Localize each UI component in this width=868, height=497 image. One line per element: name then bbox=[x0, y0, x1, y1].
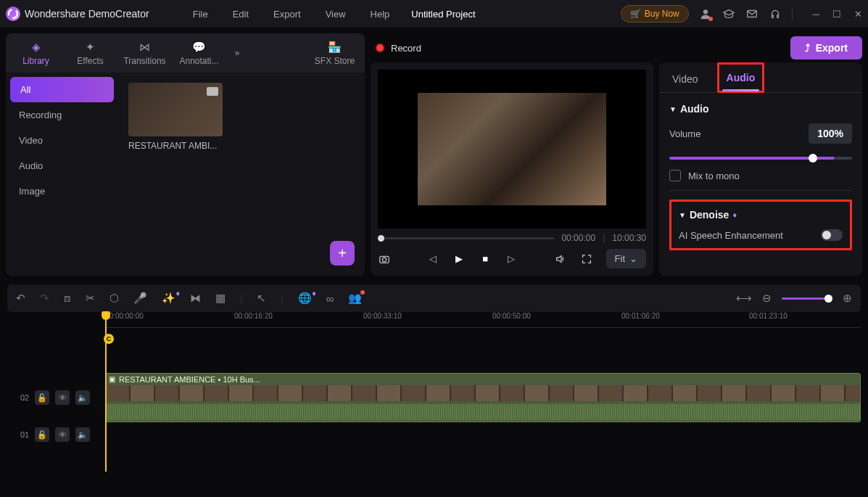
menu-edit[interactable]: Edit bbox=[223, 9, 259, 20]
prop-tab-audio[interactable]: Audio bbox=[722, 65, 760, 91]
category-all[interactable]: All bbox=[10, 77, 114, 102]
undo-icon[interactable]: ↶ bbox=[16, 292, 25, 305]
effects-icon: ✦ bbox=[86, 41, 95, 54]
people-icon[interactable]: 👥 bbox=[348, 292, 362, 305]
category-list: All Recording Video Audio Image bbox=[6, 73, 118, 276]
annotation-icon: 💬 bbox=[192, 41, 206, 54]
volume-slider[interactable] bbox=[669, 157, 835, 160]
tab-effects[interactable]: ✦Effects bbox=[63, 41, 117, 66]
eye-icon[interactable]: 👁 bbox=[55, 390, 70, 405]
zoom-out-icon[interactable]: ⊖ bbox=[762, 292, 772, 305]
window-maximize[interactable]: ☐ bbox=[832, 9, 841, 20]
seek-bar[interactable] bbox=[378, 237, 554, 239]
cursor-icon[interactable]: ↖ bbox=[257, 292, 266, 305]
window-close[interactable]: ✕ bbox=[854, 9, 862, 20]
window-minimize[interactable]: ─ bbox=[813, 9, 819, 20]
snapshot-icon[interactable] bbox=[378, 252, 391, 266]
ai-enhance-toggle[interactable] bbox=[821, 229, 843, 241]
tab-sfx-store[interactable]: 🏪SFX Store bbox=[307, 41, 362, 66]
disclosure-icon: ▼ bbox=[679, 211, 686, 219]
tab-transitions[interactable]: ⋈Transitions bbox=[117, 41, 172, 66]
grid-icon[interactable]: ▦ bbox=[215, 292, 226, 305]
video-preview[interactable] bbox=[378, 70, 646, 229]
volume-label: Volume bbox=[669, 128, 700, 139]
fit-timeline-icon[interactable]: ⟷ bbox=[736, 292, 752, 305]
category-video[interactable]: Video bbox=[6, 128, 118, 153]
media-name: RESTAURANT AMBI... bbox=[128, 141, 223, 151]
menu-view[interactable]: View bbox=[315, 9, 356, 20]
add-media-button[interactable]: + bbox=[330, 241, 355, 266]
lock-icon[interactable]: 🔓 bbox=[35, 390, 49, 405]
category-image[interactable]: Image bbox=[6, 178, 118, 204]
tab-more[interactable]: » bbox=[226, 48, 248, 58]
sparkle-icon[interactable]: ✨♦ bbox=[162, 292, 175, 305]
redo-icon[interactable]: ↷ bbox=[40, 292, 49, 305]
stop-icon[interactable]: ■ bbox=[479, 252, 492, 266]
clip-label: RESTAURANT AMBIENCE • 10H Bus... bbox=[119, 375, 260, 384]
graduation-icon[interactable] bbox=[722, 7, 735, 20]
library-icon: ◈ bbox=[32, 41, 41, 54]
ruler-tick: 00:00:50:00 bbox=[492, 312, 531, 320]
record-label: Record bbox=[391, 43, 421, 54]
account-icon[interactable] bbox=[699, 7, 712, 20]
section-audio-header[interactable]: ▼Audio bbox=[669, 103, 852, 115]
mic-icon[interactable]: 🎤 bbox=[133, 292, 147, 305]
volume-icon[interactable] bbox=[554, 252, 567, 266]
menu-help[interactable]: Help bbox=[360, 9, 400, 20]
timeline-panel: ↶ ↷ ⧈ ✂ ⬡ 🎤 ✨♦ ⧓ ▦ | ↖ | 🌐♦ ∞ 👥 ⟷ ⊖ ⊕ 00… bbox=[0, 282, 868, 496]
play-icon[interactable]: ▶ bbox=[452, 252, 466, 266]
app-logo bbox=[6, 7, 20, 21]
export-button[interactable]: ⤴ Export bbox=[790, 36, 862, 59]
prev-frame-icon[interactable]: ◁ bbox=[426, 252, 439, 266]
zoom-slider[interactable] bbox=[782, 297, 832, 300]
menu-export[interactable]: Export bbox=[263, 9, 311, 20]
link-icon[interactable]: ∞ bbox=[326, 292, 334, 305]
shield-icon[interactable]: ⬡ bbox=[109, 292, 119, 305]
crop-icon[interactable]: ⧈ bbox=[64, 292, 71, 305]
mute-icon[interactable]: 🔈 bbox=[75, 390, 90, 405]
fit-dropdown[interactable]: Fit ⌄ bbox=[606, 249, 646, 268]
zoom-handle[interactable] bbox=[824, 295, 832, 303]
split-icon[interactable]: ✂ bbox=[86, 292, 95, 305]
category-recording[interactable]: Recording bbox=[6, 102, 118, 128]
lock-icon[interactable]: 🔓 bbox=[35, 427, 49, 442]
menu-file[interactable]: File bbox=[183, 9, 218, 20]
next-frame-icon[interactable]: ▷ bbox=[505, 252, 518, 266]
zoom-in-icon[interactable]: ⊕ bbox=[843, 292, 852, 305]
track-01: 01 🔓 👁 🔈 bbox=[7, 424, 861, 445]
section-denoise-label: Denoise bbox=[690, 209, 729, 221]
mirror-icon[interactable]: ⧓ bbox=[190, 292, 201, 305]
prop-tab-video[interactable]: Video bbox=[668, 66, 703, 92]
export-label: Export bbox=[816, 42, 848, 54]
volume-slider-handle[interactable] bbox=[809, 154, 817, 163]
ruler-tick: 00:00:16:20 bbox=[234, 312, 273, 320]
mail-icon[interactable] bbox=[745, 7, 759, 20]
media-item[interactable]: RESTAURANT AMBI... bbox=[128, 83, 223, 151]
category-audio[interactable]: Audio bbox=[6, 153, 118, 178]
playhead[interactable] bbox=[105, 312, 107, 472]
headset-icon[interactable] bbox=[769, 7, 782, 20]
titlebar: Wondershare DemoCreator File Edit Export… bbox=[0, 0, 868, 28]
tab-annotation[interactable]: 💬Annotati... bbox=[172, 41, 226, 66]
clip-thumbnails bbox=[106, 385, 860, 401]
seek-handle[interactable] bbox=[378, 235, 384, 242]
svg-point-1 bbox=[703, 9, 708, 14]
buy-now-button[interactable]: 🛒 Buy Now bbox=[621, 5, 689, 22]
ruler-tick: 00:00:00:00 bbox=[105, 312, 144, 320]
ai-enhance-label: AI Speech Enhancement bbox=[679, 230, 783, 241]
eye-icon[interactable]: 👁 bbox=[55, 427, 70, 442]
timeline-ruler[interactable]: 00:00:00:00 00:00:16:20 00:00:33:10 00:0… bbox=[105, 312, 861, 328]
fullscreen-icon[interactable] bbox=[580, 252, 593, 266]
volume-value[interactable]: 100% bbox=[809, 123, 852, 144]
record-button[interactable]: Record bbox=[375, 43, 421, 54]
buy-now-label: Buy Now bbox=[645, 9, 679, 19]
globe-icon[interactable]: 🌐♦ bbox=[298, 292, 312, 305]
mix-to-mono-checkbox[interactable]: Mix to mono bbox=[669, 170, 852, 181]
mute-icon[interactable]: 🔈 bbox=[75, 427, 90, 442]
section-denoise-header[interactable]: ▼Denoise♦ bbox=[679, 209, 843, 221]
diamond-icon: ♦ bbox=[732, 210, 737, 219]
timeline-toolbar: ↶ ↷ ⧈ ✂ ⬡ 🎤 ✨♦ ⧓ ▦ | ↖ | 🌐♦ ∞ 👥 ⟷ ⊖ ⊕ bbox=[7, 284, 861, 312]
svg-rect-2 bbox=[747, 11, 756, 17]
timeline-clip[interactable]: RESTAURANT AMBIENCE • 10H Bus... ▣ bbox=[105, 373, 861, 422]
tab-library[interactable]: ◈Library bbox=[9, 41, 63, 66]
